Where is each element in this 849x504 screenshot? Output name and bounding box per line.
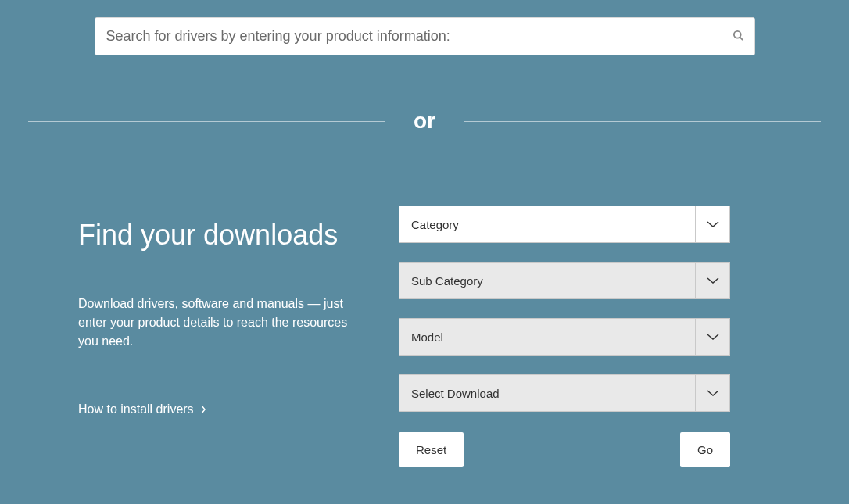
- select-column: Category Sub Category Model Select Downl…: [399, 206, 771, 467]
- go-button[interactable]: Go: [680, 432, 730, 467]
- page-description: Download drivers, software and manuals —…: [78, 295, 352, 351]
- reset-button[interactable]: Reset: [399, 432, 464, 467]
- download-select[interactable]: Select Download: [399, 374, 730, 412]
- search-icon: [733, 30, 744, 44]
- subcategory-select[interactable]: Sub Category: [399, 262, 730, 299]
- chevron-down-icon: [695, 206, 729, 242]
- svg-point-0: [733, 30, 740, 38]
- search-button[interactable]: [722, 18, 754, 55]
- svg-line-1: [740, 37, 743, 40]
- chevron-down-icon: [695, 375, 729, 411]
- chevron-right-icon: [200, 405, 206, 414]
- divider: or: [28, 109, 821, 134]
- search-bar: [95, 17, 755, 55]
- chevron-down-icon: [695, 263, 729, 298]
- category-select[interactable]: Category: [399, 206, 730, 243]
- search-input[interactable]: [95, 18, 722, 55]
- page-heading: Find your downloads: [78, 220, 352, 251]
- download-select-label: Select Download: [399, 375, 695, 411]
- install-drivers-link[interactable]: How to install drivers: [78, 402, 206, 416]
- divider-line-left: [28, 121, 385, 122]
- divider-text: or: [385, 109, 464, 134]
- chevron-down-icon: [695, 319, 729, 355]
- install-drivers-link-label: How to install drivers: [78, 402, 194, 416]
- divider-line-right: [464, 121, 821, 122]
- model-select[interactable]: Model: [399, 318, 730, 356]
- model-select-label: Model: [399, 319, 695, 355]
- category-select-label: Category: [399, 206, 695, 242]
- subcategory-select-label: Sub Category: [399, 263, 695, 298]
